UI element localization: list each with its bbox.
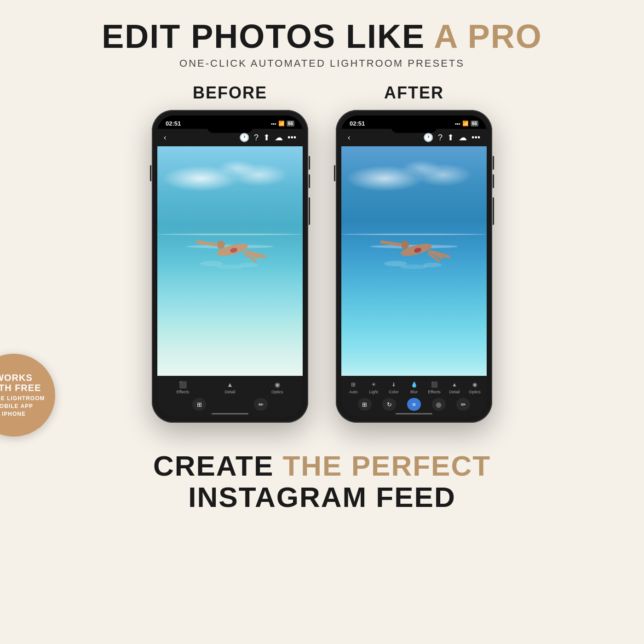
home-bar-before bbox=[212, 413, 248, 414]
tool-label-detail-after: Detail bbox=[449, 390, 460, 394]
hsl-icon-after[interactable]: ◎ bbox=[432, 398, 446, 411]
main-title: EDIT PHOTOS LIKE A PRO bbox=[102, 18, 542, 55]
phones-section: BEFORE 02:51 ▪▪▪ 📶 66 ‹ bbox=[0, 83, 644, 423]
dynamic-island-after bbox=[391, 120, 437, 133]
tool-light-after[interactable]: ☀ Light bbox=[365, 380, 382, 394]
tool-label-color: Color bbox=[389, 390, 399, 394]
tool-optics-after[interactable]: ◉ Optics bbox=[466, 380, 483, 394]
rotate-icon-after[interactable]: ↻ bbox=[382, 398, 396, 411]
after-column: AFTER 02:51 ▪▪▪ 📶 66 ‹ bbox=[336, 83, 492, 423]
battery-icon: 66 bbox=[287, 121, 294, 126]
title-highlight: A PRO bbox=[434, 18, 542, 55]
svg-point-10 bbox=[216, 264, 244, 269]
battery-icon-after: 66 bbox=[471, 121, 478, 126]
tool-effects-before[interactable]: ⬛ Effects bbox=[174, 380, 191, 394]
more-icon[interactable]: ••• bbox=[288, 133, 296, 143]
help-icon-after[interactable]: ? bbox=[438, 133, 443, 143]
footer-line1: CREATE THE PERFECT bbox=[153, 450, 491, 482]
cloud-icon-after[interactable]: ☁ bbox=[459, 132, 467, 143]
footer-highlight: THE PERFECT bbox=[282, 450, 491, 482]
tool-label-effects-after: Effects bbox=[428, 390, 440, 394]
tool-label-detail: Detail bbox=[224, 390, 235, 394]
color-icon-after: 🌡 bbox=[389, 380, 399, 389]
wifi-icon-after: 📶 bbox=[462, 121, 469, 126]
effects-icon-after: ⬛ bbox=[429, 380, 439, 389]
after-phone-inner: 02:51 ▪▪▪ 📶 66 ‹ 🕐 ? ⬆ ☁ bbox=[341, 115, 487, 417]
lr-toolbar-after: ⊞ Auto ☀ Light 🌡 Color 💧 bbox=[341, 376, 487, 417]
share-icon[interactable]: ⬆ bbox=[263, 132, 270, 143]
dynamic-island-before bbox=[207, 120, 253, 133]
before-phone: 02:51 ▪▪▪ 📶 66 ‹ 🕐 ? ⬆ ☁ bbox=[152, 110, 308, 423]
svg-point-2 bbox=[217, 241, 225, 249]
swimmer-after bbox=[368, 224, 460, 270]
time-before: 02:51 bbox=[166, 120, 181, 127]
effects-icon-before: ⬛ bbox=[178, 380, 188, 389]
help-icon[interactable]: ? bbox=[254, 133, 259, 143]
blur-icon-after: 💧 bbox=[409, 380, 419, 389]
svg-point-13 bbox=[401, 241, 409, 249]
clouds-after bbox=[341, 158, 487, 227]
title-part1: EDIT PHOTOS LIKE bbox=[102, 18, 434, 55]
tool-label-optics-after: Optics bbox=[469, 390, 481, 394]
svg-line-14 bbox=[382, 242, 400, 245]
optics-icon-after: ◉ bbox=[470, 380, 480, 389]
share-icon-after[interactable]: ⬆ bbox=[447, 132, 454, 143]
more-icon-after[interactable]: ••• bbox=[472, 133, 480, 143]
tool-color-after[interactable]: 🌡 Color bbox=[385, 380, 402, 394]
home-indicator-before bbox=[159, 413, 301, 415]
before-label: BEFORE bbox=[193, 83, 267, 103]
tool-blur-after[interactable]: 💧 Blur bbox=[406, 380, 422, 394]
tool-label-effects: Effects bbox=[177, 390, 189, 394]
signal-icon: ▪▪▪ bbox=[271, 121, 276, 126]
tool-optics-before[interactable]: ◉ Optics bbox=[269, 380, 286, 394]
brush-icon-after[interactable]: ✏ bbox=[456, 398, 470, 411]
lr-tools-row-before: ⬛ Effects ▲ Detail ◉ Optics bbox=[159, 379, 301, 396]
svg-point-21 bbox=[400, 264, 428, 269]
footer: CREATE THE PERFECT INSTAGRAM FEED bbox=[153, 450, 491, 513]
swimmer-before bbox=[184, 224, 276, 270]
mask-icon[interactable]: ✏ bbox=[254, 398, 268, 411]
lr-second-row-before: ⊞ ✏ bbox=[159, 396, 301, 413]
home-indicator-after bbox=[343, 413, 485, 415]
before-column: BEFORE 02:51 ▪▪▪ 📶 66 ‹ bbox=[152, 83, 308, 423]
adjust-icon-after[interactable]: ≡ bbox=[407, 398, 421, 411]
cloud-icon[interactable]: ☁ bbox=[275, 132, 283, 143]
status-icons-after: ▪▪▪ 📶 66 bbox=[455, 121, 478, 126]
subtitle: ONE-CLICK AUTOMATED LIGHTROOM PRESETS bbox=[102, 58, 542, 69]
after-label: AFTER bbox=[384, 83, 444, 103]
tool-effects-after[interactable]: ⬛ Effects bbox=[426, 380, 443, 394]
wifi-icon: 📶 bbox=[278, 121, 285, 126]
photo-before bbox=[157, 146, 303, 376]
history-icon-after[interactable]: 🕐 bbox=[423, 132, 433, 143]
before-phone-inner: 02:51 ▪▪▪ 📶 66 ‹ 🕐 ? ⬆ ☁ bbox=[157, 115, 303, 417]
tool-detail-before[interactable]: ▲ Detail bbox=[222, 380, 238, 394]
clouds-before bbox=[157, 158, 303, 227]
tool-detail-after[interactable]: ▲ Detail bbox=[446, 380, 463, 394]
footer-part1: CREATE bbox=[153, 450, 283, 482]
lr-nav-icons-before: 🕐 ? ⬆ ☁ ••• bbox=[239, 132, 296, 143]
detail-icon-after: ▲ bbox=[449, 380, 460, 389]
status-icons-before: ▪▪▪ 📶 66 bbox=[271, 121, 294, 126]
auto-icon-after: ⊞ bbox=[348, 380, 358, 389]
status-bar-before: 02:51 ▪▪▪ 📶 66 bbox=[157, 115, 303, 129]
signal-icon-after: ▪▪▪ bbox=[455, 121, 460, 126]
tool-label-blur: Blur bbox=[410, 390, 418, 394]
optics-icon-before: ◉ bbox=[272, 380, 282, 389]
back-icon[interactable]: ‹ bbox=[164, 133, 166, 142]
preset-icon[interactable]: ⊞ bbox=[192, 398, 206, 411]
photo-after bbox=[341, 146, 487, 376]
tool-label-optics: Optics bbox=[271, 390, 283, 394]
time-after: 02:51 bbox=[350, 120, 365, 127]
svg-line-3 bbox=[198, 242, 216, 245]
badge-sub-text: ADOBE LIGHTROOMMOBILE APPIPHONE bbox=[0, 395, 45, 418]
back-icon-after[interactable]: ‹ bbox=[348, 133, 350, 142]
badge-main-text: WORKSWITH FREE bbox=[0, 373, 41, 393]
preset-icon-after[interactable]: ⊞ bbox=[358, 398, 372, 411]
tool-label-auto: Auto bbox=[349, 390, 358, 394]
history-icon[interactable]: 🕐 bbox=[239, 132, 249, 143]
tool-label-light: Light bbox=[369, 390, 378, 394]
tool-auto-after[interactable]: ⊞ Auto bbox=[345, 380, 362, 394]
lr-toolbar-before: ⬛ Effects ▲ Detail ◉ Optics ⊞ bbox=[157, 376, 303, 417]
status-bar-after: 02:51 ▪▪▪ 📶 66 bbox=[341, 115, 487, 129]
lr-second-row-after: ⊞ ↻ ≡ ◎ ✏ bbox=[343, 396, 485, 413]
